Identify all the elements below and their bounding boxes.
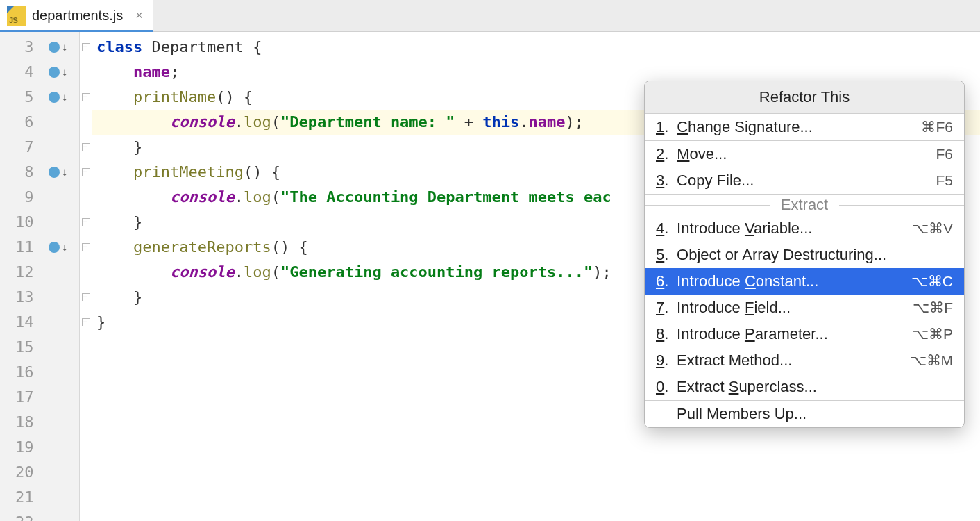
fold-slot: [80, 310, 92, 335]
line-number-column: 345678910111213141516171819202122: [0, 32, 38, 521]
js-file-icon: JS: [7, 6, 26, 26]
fold-slot: [80, 410, 92, 435]
override-icon[interactable]: [49, 167, 60, 178]
popup-section: Extract4. Introduce Variable...⌥⌘V5. Obj…: [645, 194, 964, 400]
code-token: .: [519, 113, 528, 131]
fold-slot: [80, 35, 92, 60]
menu-item-label: Copy File...: [673, 172, 754, 189]
menu-item-label: Move...: [673, 145, 727, 163]
fold-handle-icon[interactable]: [82, 93, 90, 101]
fold-slot: [80, 260, 92, 285]
code-token: "The Accounting Department meets eac: [280, 188, 611, 206]
code-line[interactable]: [96, 435, 980, 460]
fold-handle-icon[interactable]: [82, 143, 90, 151]
menu-item-shortcut: ⌥⌘V: [912, 220, 953, 237]
code-token: this: [482, 113, 519, 131]
close-icon[interactable]: ×: [133, 8, 146, 23]
fold-handle-icon[interactable]: [82, 243, 90, 251]
override-arrow-icon: ↓: [61, 60, 68, 85]
menu-item-mnemonic-number: 3.: [656, 172, 673, 190]
code-token: name: [529, 113, 566, 131]
fold-slot: [80, 85, 92, 110]
menu-item-shortcut: F5: [936, 172, 953, 189]
code-line[interactable]: class Department {: [96, 35, 980, 60]
fold-slot: [80, 210, 92, 235]
file-tab-label: departments.js: [32, 8, 123, 24]
code-token: log: [244, 263, 271, 281]
fold-slot: [80, 160, 92, 185]
menu-item-mnemonic-number: 2.: [656, 145, 673, 163]
refactor-this-popup: Refactor This 1. Change Signature...⌘F62…: [644, 81, 965, 428]
code-token: printMeeting: [133, 163, 244, 181]
gutter-marker-slot: ↓: [38, 235, 79, 260]
popup-section: 2. Move...F63. Copy File...F5: [645, 140, 964, 194]
fold-slot: [80, 110, 92, 135]
fold-handle-icon[interactable]: [82, 218, 90, 226]
refactor-menu-item[interactable]: 7. Introduce Field...⌥⌘F: [645, 295, 964, 321]
gutter-marker-slot: ↓: [38, 60, 79, 85]
menu-item-shortcut: ⌥⌘M: [910, 352, 954, 369]
menu-item-shortcut: ⌥⌘P: [912, 326, 953, 342]
code-token: log: [244, 188, 271, 206]
gutter-marker-slot: [38, 335, 79, 360]
fold-slot: [80, 360, 92, 385]
fold-handle-icon[interactable]: [82, 318, 90, 326]
code-line[interactable]: [96, 510, 980, 521]
override-icon[interactable]: [49, 92, 60, 103]
refactor-menu-item[interactable]: 9. Extract Method...⌥⌘M: [645, 347, 964, 374]
refactor-menu-item[interactable]: 0. Extract Superclass...: [645, 374, 964, 400]
code-token: (: [271, 188, 280, 206]
refactor-menu-item[interactable]: 5. Object or Array Destructuring...: [645, 242, 964, 268]
fold-slot: [80, 385, 92, 410]
line-number: 21: [0, 485, 34, 510]
code-token: .: [235, 113, 244, 131]
gutter-marker-slot: [38, 285, 79, 310]
gutter-marker-slot: [38, 210, 79, 235]
code-token: {: [253, 38, 262, 56]
refactor-menu-item[interactable]: 8. Introduce Parameter...⌥⌘P: [645, 321, 964, 347]
code-token: generateReports: [133, 238, 271, 256]
line-number: 22: [0, 510, 34, 521]
gutter-marker-slot: ↓: [38, 160, 79, 185]
fold-handle-icon[interactable]: [82, 43, 90, 51]
override-icon[interactable]: [49, 67, 60, 78]
fold-handle-icon[interactable]: [82, 168, 90, 176]
gutter-marker-slot: [38, 135, 79, 160]
code-line[interactable]: [96, 485, 980, 510]
refactor-menu-item[interactable]: 1. Change Signature...⌘F6: [645, 114, 964, 140]
fold-handle-icon[interactable]: [82, 293, 90, 301]
code-token: name: [133, 63, 170, 81]
code-token: }: [96, 313, 105, 331]
fold-slot: [80, 510, 92, 521]
code-token: log: [244, 113, 271, 131]
code-token: Department: [151, 38, 253, 56]
refactor-menu-item[interactable]: Pull Members Up...: [645, 401, 964, 427]
code-token: .: [235, 263, 244, 281]
menu-item-shortcut: ⌥⌘F: [913, 299, 953, 316]
override-icon[interactable]: [49, 42, 60, 53]
menu-item-mnemonic-number: 0.: [656, 378, 673, 396]
line-number: 4: [0, 60, 34, 85]
refactor-menu-item[interactable]: 2. Move...F6: [645, 141, 964, 167]
code-token: );: [566, 113, 584, 131]
fold-slot: [80, 185, 92, 210]
gutter-marker-slot: ↓: [38, 35, 79, 60]
gutter-marker-slot: [38, 410, 79, 435]
fold-slot: [80, 335, 92, 360]
code-token: }: [133, 138, 142, 156]
refactor-menu-item[interactable]: 3. Copy File...F5: [645, 167, 964, 194]
menu-item-mnemonic-number: 4.: [656, 220, 673, 238]
refactor-menu-item[interactable]: 4. Introduce Variable...⌥⌘V: [645, 215, 964, 242]
menu-item-label: Pull Members Up...: [673, 405, 806, 422]
menu-item-shortcut: ⌥⌘C: [911, 273, 953, 290]
refactor-menu-item[interactable]: 6. Introduce Constant...⌥⌘C: [645, 268, 964, 295]
code-token: printName: [133, 88, 216, 106]
gutter-marker-slot: [38, 510, 79, 521]
gutter-marker-slot: [38, 485, 79, 510]
menu-item-label: Introduce Parameter...: [673, 325, 828, 342]
code-token: "Generating accounting reports...": [280, 263, 593, 281]
override-icon[interactable]: [49, 242, 60, 253]
code-line[interactable]: [96, 460, 980, 485]
code-token: );: [593, 263, 611, 281]
file-tab[interactable]: JS departments.js ×: [0, 0, 153, 31]
